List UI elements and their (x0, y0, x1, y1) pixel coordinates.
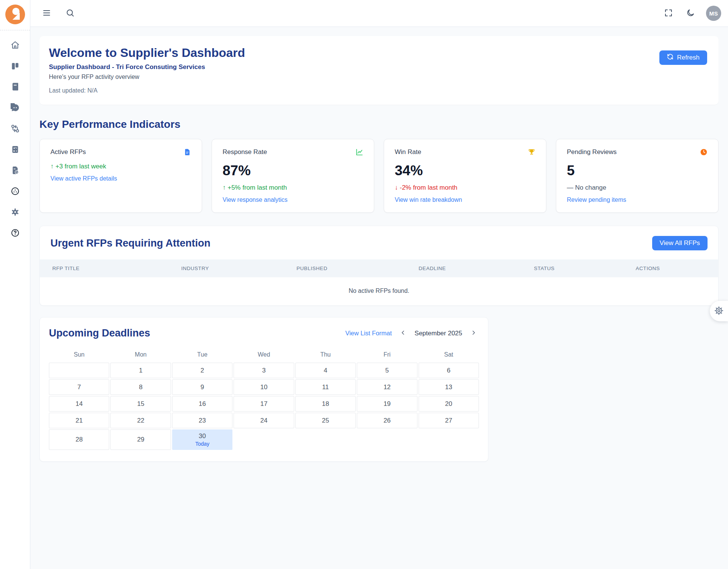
sidebar-item-history[interactable] (9, 164, 22, 177)
page-description: Here's your RFP activity overview (49, 74, 245, 80)
today-label: Today (195, 441, 209, 447)
empty-state-row: No active RFPs found. (40, 277, 718, 305)
calendar-month-label: September 2025 (414, 330, 462, 337)
refresh-icon (667, 53, 673, 62)
chart-line-icon (356, 148, 363, 157)
calendar-day-cell[interactable]: 23 (172, 413, 232, 428)
calendar-empty-cell (49, 363, 109, 378)
view-list-format-link[interactable]: View List Format (345, 330, 392, 337)
sidebar-item-home[interactable] (9, 39, 22, 52)
empty-message: No active RFPs found. (40, 277, 718, 305)
sidebar-item-messages[interactable] (9, 101, 22, 114)
calendar-day-cell[interactable]: 3 (234, 363, 294, 378)
clock-icon (700, 148, 708, 157)
calendar-day-cell[interactable]: 15 (110, 396, 171, 412)
calendar-dayname: Sat (419, 351, 479, 358)
column-published: Published (284, 259, 406, 277)
calendar-day-cell[interactable]: 27 (419, 413, 479, 428)
home-icon (11, 41, 20, 50)
calendar-day-cell[interactable]: 26 (357, 413, 417, 428)
calendar-day-cell[interactable]: 18 (295, 396, 356, 412)
welcome-card: Welcome to Supplier's Dashboard Supplier… (39, 36, 719, 105)
main-content: Welcome to Supplier's Dashboard Supplier… (30, 27, 728, 569)
upcoming-deadlines-card: Upcoming Deadlines View List Format Sept… (39, 317, 488, 462)
calendar-grid: 1234567891011121314151617181920212223242… (49, 363, 479, 450)
settings-icon (11, 207, 20, 217)
sidebar-item-estimates[interactable] (9, 143, 22, 156)
sidebar-item-compare[interactable] (9, 122, 22, 135)
calendar-day-cell[interactable]: 11 (295, 379, 356, 395)
previous-month-button[interactable] (398, 328, 408, 339)
rfp-table-header-row: RFP Title Industry Published Deadline St… (40, 259, 718, 277)
calendar-day-cell[interactable]: 10 (234, 379, 294, 395)
book-icon (11, 82, 20, 91)
file-text-icon (184, 148, 191, 157)
kpi-link-win-rate[interactable]: View win rate breakdown (395, 196, 462, 203)
calendar-day-cell[interactable]: 4 (295, 363, 356, 378)
view-all-rfps-button[interactable]: View All RFPs (652, 236, 708, 250)
sidebar (0, 0, 30, 569)
column-deadline: Deadline (406, 259, 521, 277)
refresh-button[interactable]: Refresh (659, 50, 707, 65)
rfp-table: RFP Title Industry Published Deadline St… (40, 259, 718, 305)
column-rfp-title: RFP Title (40, 259, 169, 277)
chevron-right-icon (470, 329, 477, 337)
kpi-link-pending-items[interactable]: Review pending items (567, 196, 626, 203)
fullscreen-button[interactable] (662, 7, 675, 20)
calendar-dayname: Fri (357, 351, 417, 358)
page-subtitle: Supplier Dashboard - Tri Force Consuting… (49, 63, 245, 71)
calendar-dayname: Sun (49, 351, 109, 358)
calendar-day-cell[interactable]: 21 (49, 413, 109, 428)
sidebar-item-boards[interactable] (9, 60, 22, 72)
chat-icon (11, 103, 20, 112)
calculator-icon (11, 145, 20, 154)
calendar-day-cell[interactable]: 24 (234, 413, 294, 428)
dark-mode-button[interactable] (684, 7, 697, 20)
sidebar-nav (9, 30, 22, 239)
calendar-daynames: SunMonTueWedThuFriSat (49, 351, 479, 358)
calendar-day-cell[interactable]: 29 (110, 429, 171, 450)
calendar-day-cell[interactable]: 9 (172, 379, 232, 395)
calendar-day-cell[interactable]: 8 (110, 379, 171, 395)
kpi-card-pending-reviews: Pending Reviews 5 — No change Review pen… (556, 139, 719, 213)
calendar-day-cell[interactable]: 6 (419, 363, 479, 378)
calendar-day-cell[interactable]: 30Today (172, 429, 232, 450)
calendar-day-cell[interactable]: 20 (419, 396, 479, 412)
file-clock-icon (11, 166, 20, 175)
kpi-link-response-analytics[interactable]: View response analytics (223, 196, 287, 203)
kpi-grid: Active RFPs ↑ +3 from last week View act… (39, 139, 719, 213)
column-actions: Actions (623, 259, 718, 277)
calendar-day-cell[interactable]: 25 (295, 413, 356, 428)
calendar-day-cell[interactable]: 28 (49, 429, 109, 450)
calendar-day-cell[interactable]: 13 (419, 379, 479, 395)
calendar-dayname: Tue (172, 351, 232, 358)
sidebar-item-library[interactable] (9, 80, 22, 93)
search-button[interactable] (64, 7, 77, 20)
kpi-link-active-rfps[interactable]: View active RFPs details (50, 175, 117, 182)
calendar-day-cell[interactable]: 14 (49, 396, 109, 412)
topbar: MS (30, 0, 728, 27)
sidebar-item-settings[interactable] (9, 206, 22, 218)
content-spacer (39, 462, 719, 569)
search-icon (66, 8, 75, 19)
calendar-day-cell[interactable]: 19 (357, 396, 417, 412)
trophy-icon (528, 148, 535, 157)
floating-settings-button[interactable] (710, 301, 728, 321)
calendar-day-cell[interactable]: 17 (234, 396, 294, 412)
calendar-day-cell[interactable]: 7 (49, 379, 109, 395)
calendar-day-cell[interactable]: 5 (357, 363, 417, 378)
calendar-day-cell[interactable]: 22 (110, 413, 171, 428)
dark-mode-moon-icon (686, 8, 695, 19)
calendar-day-cell[interactable]: 2 (172, 363, 232, 378)
menu-button[interactable] (40, 7, 53, 20)
calendar-day-cell[interactable]: 12 (357, 379, 417, 395)
user-avatar[interactable]: MS (706, 6, 721, 21)
calendar-day-cell[interactable]: 16 (172, 396, 232, 412)
sidebar-item-help[interactable] (9, 226, 22, 239)
column-status: Status (521, 259, 623, 277)
next-month-button[interactable] (468, 328, 479, 339)
sidebar-item-stickers[interactable] (9, 185, 22, 198)
kpi-heading: Key Performance Indicators (39, 118, 719, 130)
app-logo[interactable] (5, 5, 25, 26)
calendar-day-cell[interactable]: 1 (110, 363, 171, 378)
